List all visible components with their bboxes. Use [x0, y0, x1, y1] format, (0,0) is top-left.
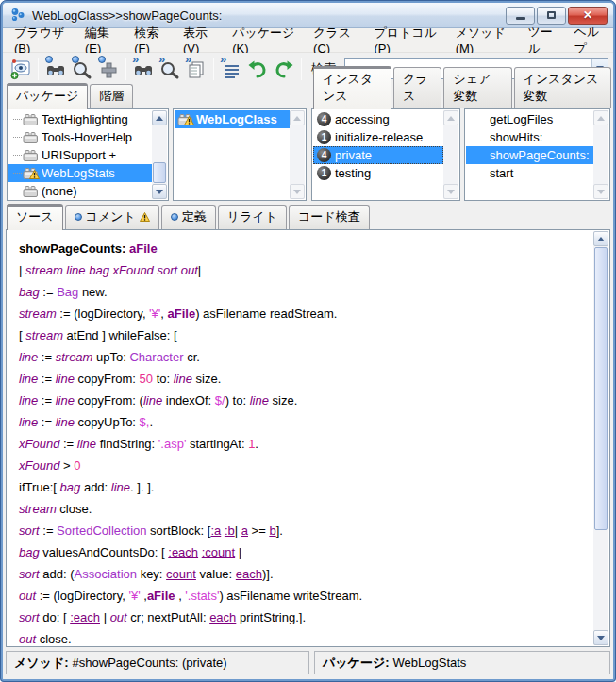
method-list-icon[interactable]: » [218, 56, 244, 81]
tab-right_tabs-2[interactable]: シェア変数 [443, 67, 511, 108]
method-count-badge: 4 [317, 148, 331, 162]
protocol-label: testing [335, 166, 371, 180]
class-item-0[interactable]: WebLogClass [175, 110, 290, 128]
code-line-6: line := line copyFrom: 50 to: line size. [19, 368, 592, 390]
class-list: WebLogClass [173, 108, 307, 201]
method-item-3[interactable]: start [466, 164, 593, 182]
code-line-4: [ stream atEnd ] whileFalse: [ [19, 324, 592, 346]
method-label: showHits: [490, 130, 542, 144]
tab-right_tabs-0[interactable]: インスタンス [313, 66, 391, 109]
package-label: (none) [42, 184, 77, 198]
tab-source_tabs-4[interactable]: コード検査 [289, 205, 370, 229]
copy-method-icon[interactable]: » [183, 56, 209, 81]
protocol-item-3[interactable]: 1testing [313, 164, 443, 182]
scroll-down-button[interactable] [593, 630, 608, 645]
package-item-0[interactable]: TextHighlighting [8, 110, 152, 128]
chevron-up-icon [156, 116, 163, 121]
chevron-up-icon [597, 237, 605, 241]
scroll-up-button [443, 110, 458, 125]
code-line-5: line := stream upTo: Character cr. [19, 346, 592, 368]
package-icon [23, 167, 39, 180]
scroll-thumb[interactable] [153, 162, 166, 183]
chevron-up-icon [597, 116, 605, 121]
package-item-3[interactable]: WebLogStats [8, 164, 152, 182]
method-chevron-badge: » [185, 52, 191, 66]
code-line-10: xFound > 0 [19, 455, 592, 476]
tab-right_tabs-1[interactable]: クラス [393, 67, 442, 108]
class-ball-badge [72, 56, 79, 63]
scroll-down-button[interactable] [152, 184, 167, 199]
class-ball-badge [98, 56, 106, 63]
method-item-2[interactable]: showPageCounts: [466, 146, 593, 164]
scroll-down-button [593, 184, 608, 199]
method-list-scrollbar [593, 110, 608, 199]
package-item-1[interactable]: Tools-HoverHelp [8, 128, 152, 146]
status-bar: メソッド: #showPageCounts: (private) パッケージ: … [3, 647, 613, 679]
tree-connector [13, 119, 22, 120]
status-package-value: WebLogStats [393, 656, 467, 670]
scroll-thumb[interactable] [594, 247, 608, 530]
scroll-up-button[interactable] [593, 231, 608, 246]
undo-icon[interactable] [244, 56, 271, 81]
code-line-3: stream := (logDirectory, '¥', aFile) asF… [19, 303, 592, 324]
code-line-9: xFound := line findString: '.asp' starti… [19, 433, 592, 455]
method-count-badge: 1 [317, 166, 331, 180]
warning-icon [140, 210, 150, 225]
package-item-2[interactable]: URISupport + [8, 146, 152, 164]
bullet-icon [75, 213, 82, 221]
new-browser-icon[interactable] [8, 56, 34, 81]
package-list-scrollbar[interactable] [152, 110, 167, 199]
tab-source_tabs-1[interactable]: コメント [65, 205, 159, 229]
source-scrollbar[interactable] [593, 231, 608, 645]
tab-label: ソース [16, 208, 54, 225]
code-line-1: | stream line bag xFound sort out| [19, 259, 592, 281]
source-editor[interactable]: showPageCounts: aFile| stream line bag x… [6, 229, 610, 647]
tab-label: クラス [403, 71, 433, 105]
status-method-label: メソッド: [14, 655, 69, 672]
menu-bar: ブラウザ(B)編集(E)検索(F)表示(V)パッケージ(K)クラス(C)プロトコ… [3, 28, 613, 53]
tab-source_tabs-0[interactable]: ソース [7, 204, 63, 230]
chevron-down-icon [447, 190, 455, 194]
chevron-up-icon [293, 116, 301, 121]
protocol-item-1[interactable]: 1initialize-release [313, 128, 443, 146]
find-method-icon[interactable]: » [130, 56, 157, 81]
tree-connector [13, 191, 22, 191]
tab-left_tabs-1[interactable]: 階層 [90, 84, 133, 108]
package-tab-row: パッケージ階層 [3, 84, 309, 108]
tab-left_tabs-0[interactable]: パッケージ [7, 83, 88, 109]
tab-label: インスタンス変数 [524, 71, 603, 105]
method-label: getLogFiles [490, 112, 553, 126]
scroll-up-button [290, 110, 305, 125]
tab-right_tabs-3[interactable]: インスタンス変数 [514, 67, 612, 108]
chevron-down-icon [597, 190, 605, 194]
code-line-14: bag valuesAndCountsDo: [ :each :count | [19, 541, 592, 563]
browse-class-icon[interactable] [69, 56, 95, 81]
package-icon [23, 185, 39, 198]
maximize-icon [547, 11, 556, 19]
tab-label: リライト [227, 208, 277, 225]
chevron-down-icon [293, 190, 301, 194]
method-label: showPageCounts: [490, 148, 590, 162]
redo-icon[interactable] [271, 56, 297, 81]
protocol-item-2[interactable]: 4private [313, 146, 443, 164]
warning-icon [184, 114, 194, 128]
add-class-icon[interactable] [95, 56, 122, 81]
code-line-13: sort := SortedCollection sortBlock: [:a … [19, 520, 592, 541]
method-item-1[interactable]: showHits: [466, 128, 593, 146]
package-label: Tools-HoverHelp [42, 130, 132, 144]
method-item-0[interactable]: getLogFiles [466, 110, 593, 128]
source-code: showPageCounts: aFile| stream line bag x… [8, 231, 592, 645]
tab-source_tabs-3[interactable]: リライト [218, 205, 287, 229]
package-label: WebLogStats [42, 166, 115, 180]
scroll-up-button [593, 110, 608, 125]
scroll-up-button[interactable] [152, 110, 167, 125]
status-method-value: #showPageCounts: (private) [73, 656, 227, 670]
warning-icon [29, 168, 40, 182]
browse-method-icon[interactable]: » [157, 56, 183, 81]
protocol-item-0[interactable]: 4accessing [313, 110, 443, 128]
chevron-down-icon [156, 190, 163, 194]
package-item-4[interactable]: (none) [8, 182, 152, 199]
find-class-icon[interactable] [42, 56, 69, 81]
method-count-badge: 4 [317, 112, 331, 126]
tab-source_tabs-2[interactable]: 定義 [161, 205, 216, 229]
